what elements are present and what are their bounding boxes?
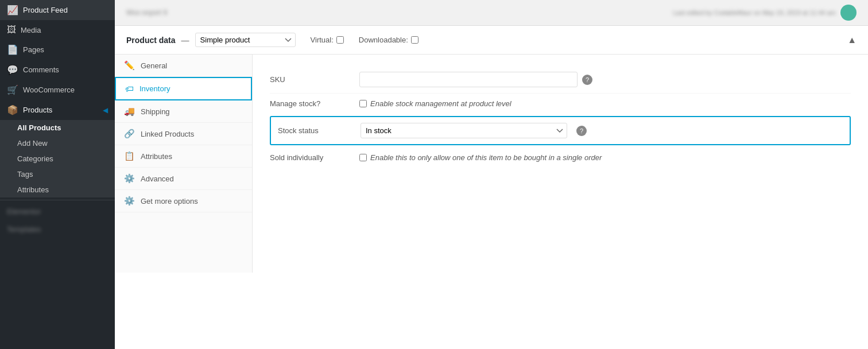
- advanced-icon: ⚙️: [124, 173, 135, 184]
- sidebar-item-label: Media: [21, 26, 41, 34]
- products-arrow-icon: ◀: [103, 106, 108, 114]
- stock-status-label: Stock status: [278, 126, 351, 135]
- downloadable-label: Downloadable:: [359, 36, 408, 44]
- virtual-checkbox[interactable]: [336, 36, 344, 44]
- sidebar-sub-categories[interactable]: Categories: [0, 151, 115, 166]
- sidebar: 📈 Product Feed 🖼 Media 📄 Pages 💬 Comment…: [0, 0, 115, 349]
- collapse-button[interactable]: ▲: [847, 35, 857, 45]
- blurred-label-1: Elementor: [7, 207, 41, 216]
- sku-input-wrap: ?: [359, 72, 851, 87]
- sidebar-item-blurred-1[interactable]: Elementor: [0, 203, 115, 220]
- sidebar-item-woocommerce[interactable]: 🛒 WooCommerce: [0, 80, 115, 100]
- woocommerce-icon: 🛒: [7, 84, 18, 95]
- product-type-select[interactable]: Simple product Grouped product External/…: [195, 33, 296, 47]
- sidebar-item-blurred-2[interactable]: Templates: [0, 220, 115, 238]
- product-data-title: Product data: [126, 36, 176, 45]
- downloadable-checkbox[interactable]: [411, 36, 418, 44]
- sku-help-icon[interactable]: ?: [582, 75, 592, 85]
- blurred-label-2: Templates: [7, 225, 41, 234]
- attributes-icon: 📋: [124, 151, 135, 161]
- media-icon: 🖼: [7, 25, 16, 35]
- sidebar-item-products[interactable]: 📦 Products ◀: [0, 100, 115, 120]
- top-bar: Woo export 9 Last edited by CodableMaur …: [115, 0, 868, 26]
- sidebar-item-label: Comments: [23, 65, 59, 74]
- sold-individually-checkbox-wrap: Enable this to only allow one of this it…: [359, 153, 602, 162]
- sidebar-item-label: Pages: [23, 45, 44, 54]
- virtual-label: Virtual:: [311, 36, 334, 44]
- product-data-header: Product data — Simple product Grouped pr…: [115, 26, 868, 55]
- sold-individually-label: Sold individually: [270, 153, 350, 162]
- top-bar-right: Last edited by CodableMaur on May 19, 20…: [673, 5, 857, 21]
- sidebar-item-label: Product Feed: [23, 6, 68, 14]
- stock-status-row: Stock status In stock Out of stock On ba…: [270, 116, 851, 145]
- avatar: [840, 5, 857, 21]
- sidebar-item-label: Products: [23, 106, 52, 114]
- top-bar-edited-text: Last edited by CodableMaur on May 19, 20…: [673, 9, 836, 16]
- product-feed-icon: 📈: [7, 5, 18, 15]
- comments-icon: 💬: [7, 64, 18, 75]
- sku-row: SKU ?: [270, 66, 851, 94]
- sold-individually-row: Sold individually Enable this to only al…: [270, 148, 851, 168]
- sidebar-item-product-feed[interactable]: 📈 Product Feed: [0, 0, 115, 20]
- nav-item-advanced[interactable]: ⚙️ Advanced: [115, 168, 252, 190]
- manage-stock-row: Manage stock? Enable stock management at…: [270, 94, 851, 114]
- inventory-icon: 🏷: [125, 84, 134, 94]
- sold-individually-text: Enable this to only allow one of this it…: [370, 153, 602, 162]
- sku-label: SKU: [270, 75, 350, 84]
- product-data-dash: —: [181, 36, 189, 45]
- product-data-wrapper: Product data — Simple product Grouped pr…: [115, 26, 868, 349]
- get-more-icon: ⚙️: [124, 196, 135, 206]
- nav-linked-label: Linked Products: [141, 130, 194, 138]
- manage-stock-checkbox[interactable]: [359, 100, 367, 107]
- sidebar-sub-attributes[interactable]: Attributes: [0, 182, 115, 197]
- inventory-panel: SKU ? Manage stock? Enable stock managem…: [253, 55, 868, 273]
- sku-input[interactable]: [359, 72, 578, 87]
- main-content: Woo export 9 Last edited by CodableMaur …: [115, 0, 868, 349]
- sidebar-item-pages[interactable]: 📄 Pages: [0, 40, 115, 60]
- linked-products-icon: 🔗: [124, 129, 135, 139]
- nav-item-general[interactable]: ✏️ General: [115, 55, 252, 77]
- top-bar-title: Woo export 9: [126, 9, 167, 17]
- shipping-icon: 🚚: [124, 106, 135, 117]
- nav-advanced-label: Advanced: [141, 174, 174, 183]
- sidebar-sub-all-products[interactable]: All Products: [0, 120, 115, 135]
- sidebar-sub-add-new[interactable]: Add New: [0, 135, 115, 151]
- virtual-checkbox-group: Virtual:: [311, 36, 344, 44]
- manage-stock-label: Manage stock?: [270, 99, 350, 108]
- manage-stock-checkbox-wrap: Enable stock management at product level: [359, 99, 512, 108]
- nav-item-attributes[interactable]: 📋 Attributes: [115, 145, 252, 168]
- sidebar-item-label: WooCommerce: [23, 86, 75, 94]
- nav-inventory-label: Inventory: [140, 84, 170, 93]
- sidebar-item-comments[interactable]: 💬 Comments: [0, 60, 115, 80]
- nav-item-inventory[interactable]: 🏷 Inventory: [115, 77, 252, 100]
- products-icon: 📦: [7, 104, 18, 115]
- stock-status-help-icon[interactable]: ?: [576, 126, 587, 136]
- manage-stock-text: Enable stock management at product level: [370, 99, 512, 108]
- nav-item-get-more-options[interactable]: ⚙️ Get more options: [115, 190, 252, 212]
- product-nav: ✏️ General 🏷 Inventory 🚚 Shipping 🔗 Link…: [115, 55, 253, 273]
- nav-general-label: General: [141, 61, 167, 70]
- stock-status-select[interactable]: In stock Out of stock On backorder: [361, 123, 567, 138]
- nav-shipping-label: Shipping: [141, 107, 170, 116]
- downloadable-checkbox-group: Downloadable:: [359, 36, 418, 44]
- sidebar-item-media[interactable]: 🖼 Media: [0, 20, 115, 40]
- sidebar-sub-tags[interactable]: Tags: [0, 166, 115, 182]
- nav-get-more-label: Get more options: [141, 197, 198, 205]
- nav-item-shipping[interactable]: 🚚 Shipping: [115, 100, 252, 123]
- product-data-body: ✏️ General 🏷 Inventory 🚚 Shipping 🔗 Link…: [115, 55, 868, 273]
- pages-icon: 📄: [7, 44, 18, 55]
- nav-attributes-label: Attributes: [141, 152, 172, 161]
- general-icon: ✏️: [124, 60, 135, 71]
- products-submenu: All Products Add New Categories Tags Att…: [0, 120, 115, 197]
- nav-item-linked-products[interactable]: 🔗 Linked Products: [115, 123, 252, 145]
- sold-individually-checkbox[interactable]: [359, 154, 367, 161]
